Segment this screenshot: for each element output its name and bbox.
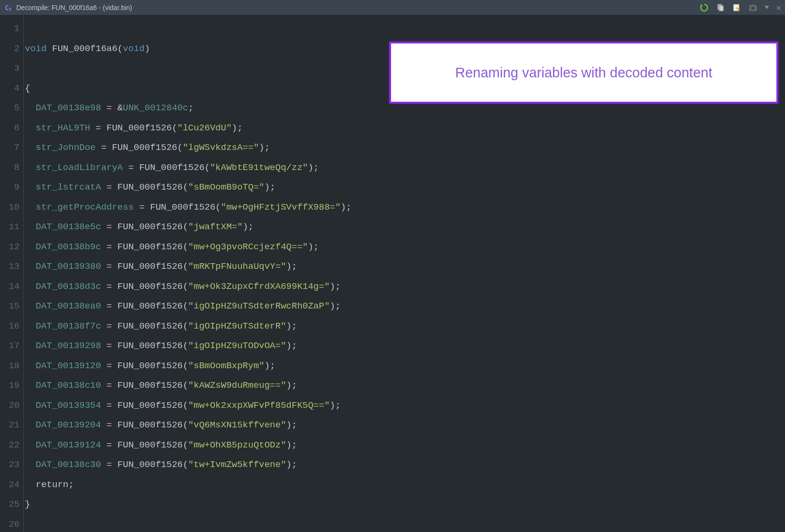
code-line <box>25 515 785 532</box>
code-line: DAT_00138d3c = FUN_000f1526("mw+Ok3ZupxC… <box>25 277 785 297</box>
line-number: 22 <box>0 436 20 456</box>
code-line: DAT_00138e5c = FUN_000f1526("jwaftXM="); <box>25 217 785 237</box>
code-line: str_getProcAddress = FUN_000f1526("mw+Og… <box>25 198 785 218</box>
code-line: } <box>25 495 785 515</box>
svg-point-7 <box>752 7 754 10</box>
line-number: 16 <box>0 317 20 337</box>
code-line: return; <box>25 475 785 495</box>
callout-annotation: Renaming variables with decoded content <box>389 42 778 104</box>
line-number: 24 <box>0 475 20 495</box>
code-line: str_JohnDoe = FUN_000f1526("lgWSvkdzsA==… <box>25 138 785 158</box>
line-number: 17 <box>0 336 20 356</box>
code-line: DAT_00139298 = FUN_000f1526("igOIpHZ9uTO… <box>25 336 785 356</box>
code-line: DAT_00138c30 = FUN_000f1526("tw+IvmZw5kf… <box>25 455 785 475</box>
line-number: 20 <box>0 396 20 416</box>
line-number: 3 <box>0 59 20 79</box>
code-area: 1234567891011121314151617181920212223242… <box>0 15 785 532</box>
line-number: 1 <box>0 19 20 39</box>
line-number: 7 <box>0 138 20 158</box>
line-number: 18 <box>0 356 20 376</box>
code-line: DAT_00139380 = FUN_000f1526("mRKTpFNuuha… <box>25 257 785 277</box>
line-number: 21 <box>0 415 20 436</box>
window-title: Decompile: FUN_000f16a6 - (vidar.bin) <box>16 4 700 11</box>
code-line: DAT_00139204 = FUN_000f1526("vQ6MsXN15kf… <box>25 415 785 436</box>
code-line: DAT_00138b9c = FUN_000f1526("mw+Og3pvoRC… <box>25 237 785 257</box>
decompile-window: C f Decompile: FUN_000f16a6 - (vidar.bin… <box>0 0 785 532</box>
line-number: 6 <box>0 118 20 138</box>
svg-rect-8 <box>752 4 754 6</box>
code-line: DAT_00139120 = FUN_000f1526("sBmOomBxpRy… <box>25 356 785 376</box>
code-line <box>25 19 785 39</box>
copy-icon[interactable] <box>716 3 725 12</box>
line-number: 25 <box>0 495 20 515</box>
line-number: 4 <box>0 79 20 99</box>
line-number: 12 <box>0 237 20 257</box>
code-line: str_LoadLibraryA = FUN_000f1526("kAWbtE9… <box>25 158 785 178</box>
dropdown-icon[interactable] <box>764 6 769 9</box>
close-icon[interactable]: ✕ <box>776 2 781 13</box>
line-number: 8 <box>0 158 20 178</box>
cf-logo-icon: C f <box>4 3 13 12</box>
line-number: 13 <box>0 257 20 277</box>
line-number: 23 <box>0 455 20 475</box>
line-number: 14 <box>0 277 20 297</box>
code-line: str_lstrcatA = FUN_000f1526("sBmOomB9oTQ… <box>25 178 785 198</box>
code-line: DAT_00138ea0 = FUN_000f1526("igOIpHZ9uTS… <box>25 297 785 317</box>
callout-text: Renaming variables with decoded content <box>455 65 712 81</box>
title-bar: C f Decompile: FUN_000f16a6 - (vidar.bin… <box>0 0 785 15</box>
line-gutter: 1234567891011121314151617181920212223242… <box>0 15 24 532</box>
code-line: str_HAL9TH = FUN_000f1526("lCu26VdU"); <box>25 118 785 138</box>
line-number: 15 <box>0 297 20 317</box>
code-line: DAT_00138c10 = FUN_000f1526("kAWZsW9duRm… <box>25 376 785 396</box>
line-number: 26 <box>0 515 20 532</box>
svg-rect-3 <box>719 6 723 11</box>
line-number: 5 <box>0 98 20 118</box>
line-number: 10 <box>0 198 20 218</box>
code-line: DAT_00138f7c = FUN_000f1526("igOIpHZ9uTS… <box>25 317 785 337</box>
svg-text:f: f <box>9 7 12 12</box>
code-line: DAT_00139354 = FUN_000f1526("mw+Ok2xxpXW… <box>25 396 785 416</box>
line-number: 11 <box>0 217 20 237</box>
line-number: 19 <box>0 376 20 396</box>
snapshot-icon[interactable] <box>748 3 758 12</box>
edit-icon[interactable] <box>732 3 742 12</box>
line-number: 9 <box>0 178 20 198</box>
code-line: DAT_00139124 = FUN_000f1526("mw+OhXB5pzu… <box>25 436 785 456</box>
toolbar: ✕ <box>700 2 781 13</box>
refresh-icon[interactable] <box>700 3 709 12</box>
line-number: 2 <box>0 39 20 59</box>
